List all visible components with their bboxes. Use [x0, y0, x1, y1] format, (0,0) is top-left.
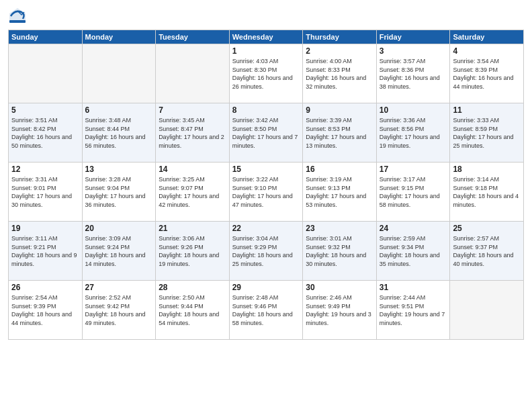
calendar-week-row: 19Sunrise: 3:11 AMSunset: 9:21 PMDayligh…	[9, 222, 524, 281]
cell-content: Sunrise: 3:17 AMSunset: 9:15 PMDaylight:…	[380, 175, 447, 209]
day-number: 26	[11, 283, 79, 292]
calendar-cell	[156, 44, 230, 103]
day-number: 12	[11, 165, 79, 174]
calendar-cell: 17Sunrise: 3:17 AMSunset: 9:15 PMDayligh…	[376, 163, 450, 222]
calendar-cell: 3Sunrise: 3:57 AMSunset: 8:36 PMDaylight…	[376, 44, 450, 103]
calendar-cell: 24Sunrise: 2:59 AMSunset: 9:34 PMDayligh…	[376, 222, 450, 281]
calendar-cell: 14Sunrise: 3:25 AMSunset: 9:07 PMDayligh…	[156, 163, 230, 222]
calendar-cell: 23Sunrise: 3:01 AMSunset: 9:32 PMDayligh…	[303, 222, 377, 281]
calendar-cell: 5Sunrise: 3:51 AMSunset: 8:42 PMDaylight…	[9, 103, 83, 163]
cell-content: Sunrise: 3:25 AMSunset: 9:07 PMDaylight:…	[159, 175, 226, 209]
calendar-cell: 2Sunrise: 4:00 AMSunset: 8:33 PMDaylight…	[303, 44, 377, 103]
day-number: 27	[85, 283, 153, 292]
cell-content: Sunrise: 3:11 AMSunset: 9:21 PMDaylight:…	[11, 234, 79, 268]
page: SundayMondayTuesdayWednesdayThursdayFrid…	[0, 0, 532, 411]
cell-content: Sunrise: 2:46 AMSunset: 9:49 PMDaylight:…	[306, 293, 373, 327]
cell-content: Sunrise: 3:04 AMSunset: 9:29 PMDaylight:…	[232, 234, 300, 268]
logo	[8, 7, 30, 26]
calendar-cell: 1Sunrise: 4:03 AMSunset: 8:30 PMDaylight…	[229, 44, 303, 103]
day-number: 4	[453, 46, 521, 56]
cell-content: Sunrise: 4:03 AMSunset: 8:30 PMDaylight:…	[232, 57, 300, 91]
calendar-cell: 8Sunrise: 3:42 AMSunset: 8:50 PMDaylight…	[229, 103, 303, 163]
calendar-cell: 9Sunrise: 3:39 AMSunset: 8:53 PMDaylight…	[303, 103, 377, 163]
day-number: 24	[380, 224, 447, 233]
cell-content: Sunrise: 3:57 AMSunset: 8:36 PMDaylight:…	[380, 57, 447, 91]
calendar-cell: 29Sunrise: 2:48 AMSunset: 9:46 PMDayligh…	[229, 281, 303, 340]
day-number: 19	[11, 224, 79, 233]
calendar-cell: 31Sunrise: 2:44 AMSunset: 9:51 PMDayligh…	[376, 281, 450, 340]
weekday-header-friday: Friday	[376, 30, 450, 44]
cell-content: Sunrise: 3:14 AMSunset: 9:18 PMDaylight:…	[453, 175, 521, 209]
cell-content: Sunrise: 3:54 AMSunset: 8:39 PMDaylight:…	[453, 57, 521, 91]
calendar-cell: 25Sunrise: 2:57 AMSunset: 9:37 PMDayligh…	[450, 222, 524, 281]
day-number: 17	[380, 165, 447, 174]
weekday-header-row: SundayMondayTuesdayWednesdayThursdayFrid…	[9, 30, 524, 44]
day-number: 21	[159, 224, 226, 233]
day-number: 7	[159, 105, 226, 115]
calendar-cell: 21Sunrise: 3:06 AMSunset: 9:26 PMDayligh…	[156, 222, 230, 281]
day-number: 5	[11, 105, 79, 115]
day-number: 15	[232, 165, 300, 174]
calendar-cell: 12Sunrise: 3:31 AMSunset: 9:01 PMDayligh…	[9, 163, 83, 222]
day-number: 13	[85, 165, 153, 174]
calendar-week-row: 26Sunrise: 2:54 AMSunset: 9:39 PMDayligh…	[9, 281, 524, 340]
calendar-cell: 22Sunrise: 3:04 AMSunset: 9:29 PMDayligh…	[229, 222, 303, 281]
weekday-header-saturday: Saturday	[450, 30, 524, 44]
weekday-header-tuesday: Tuesday	[156, 30, 230, 44]
day-number: 28	[159, 283, 226, 292]
header	[8, 7, 524, 26]
day-number: 30	[306, 283, 373, 292]
cell-content: Sunrise: 2:50 AMSunset: 9:44 PMDaylight:…	[159, 293, 226, 327]
cell-content: Sunrise: 3:09 AMSunset: 9:24 PMDaylight:…	[85, 234, 153, 268]
calendar-cell: 30Sunrise: 2:46 AMSunset: 9:49 PMDayligh…	[303, 281, 377, 340]
cell-content: Sunrise: 2:59 AMSunset: 9:34 PMDaylight:…	[380, 234, 447, 268]
weekday-header-monday: Monday	[82, 30, 156, 44]
day-number: 16	[306, 165, 373, 174]
cell-content: Sunrise: 3:01 AMSunset: 9:32 PMDaylight:…	[306, 234, 373, 268]
cell-content: Sunrise: 3:45 AMSunset: 8:47 PMDaylight:…	[159, 116, 226, 150]
day-number: 3	[380, 46, 447, 56]
calendar-cell: 13Sunrise: 3:28 AMSunset: 9:04 PMDayligh…	[82, 163, 156, 222]
calendar-week-row: 1Sunrise: 4:03 AMSunset: 8:30 PMDaylight…	[9, 44, 524, 103]
weekday-header-wednesday: Wednesday	[229, 30, 303, 44]
calendar-week-row: 5Sunrise: 3:51 AMSunset: 8:42 PMDaylight…	[9, 103, 524, 163]
weekday-header-thursday: Thursday	[303, 30, 377, 44]
calendar-cell: 7Sunrise: 3:45 AMSunset: 8:47 PMDaylight…	[156, 103, 230, 163]
day-number: 22	[232, 224, 300, 233]
calendar-cell	[450, 281, 524, 340]
logo-icon	[8, 7, 27, 26]
calendar-cell: 26Sunrise: 2:54 AMSunset: 9:39 PMDayligh…	[9, 281, 83, 340]
day-number: 10	[380, 105, 447, 115]
calendar-table: SundayMondayTuesdayWednesdayThursdayFrid…	[8, 30, 524, 340]
day-number: 18	[453, 165, 521, 174]
calendar-cell	[82, 44, 156, 103]
cell-content: Sunrise: 3:22 AMSunset: 9:10 PMDaylight:…	[232, 175, 300, 209]
calendar-week-row: 12Sunrise: 3:31 AMSunset: 9:01 PMDayligh…	[9, 163, 524, 222]
cell-content: Sunrise: 3:48 AMSunset: 8:44 PMDaylight:…	[85, 116, 153, 150]
calendar-cell: 27Sunrise: 2:52 AMSunset: 9:42 PMDayligh…	[82, 281, 156, 340]
cell-content: Sunrise: 3:39 AMSunset: 8:53 PMDaylight:…	[306, 116, 373, 150]
cell-content: Sunrise: 3:36 AMSunset: 8:56 PMDaylight:…	[380, 116, 447, 150]
calendar-cell	[9, 44, 83, 103]
cell-content: Sunrise: 2:54 AMSunset: 9:39 PMDaylight:…	[11, 293, 79, 327]
cell-content: Sunrise: 4:00 AMSunset: 8:33 PMDaylight:…	[306, 57, 373, 91]
day-number: 31	[380, 283, 447, 292]
day-number: 6	[85, 105, 153, 115]
cell-content: Sunrise: 2:52 AMSunset: 9:42 PMDaylight:…	[85, 293, 153, 327]
calendar-cell: 18Sunrise: 3:14 AMSunset: 9:18 PMDayligh…	[450, 163, 524, 222]
cell-content: Sunrise: 2:57 AMSunset: 9:37 PMDaylight:…	[453, 234, 521, 268]
cell-content: Sunrise: 3:31 AMSunset: 9:01 PMDaylight:…	[11, 175, 79, 209]
day-number: 25	[453, 224, 521, 233]
cell-content: Sunrise: 3:06 AMSunset: 9:26 PMDaylight:…	[159, 234, 226, 268]
calendar-cell: 6Sunrise: 3:48 AMSunset: 8:44 PMDaylight…	[82, 103, 156, 163]
cell-content: Sunrise: 3:28 AMSunset: 9:04 PMDaylight:…	[85, 175, 153, 209]
svg-rect-1	[9, 20, 26, 23]
day-number: 8	[232, 105, 300, 115]
day-number: 29	[232, 283, 300, 292]
day-number: 11	[453, 105, 521, 115]
calendar-cell: 19Sunrise: 3:11 AMSunset: 9:21 PMDayligh…	[9, 222, 83, 281]
calendar-cell: 15Sunrise: 3:22 AMSunset: 9:10 PMDayligh…	[229, 163, 303, 222]
cell-content: Sunrise: 3:19 AMSunset: 9:13 PMDaylight:…	[306, 175, 373, 209]
calendar-cell: 16Sunrise: 3:19 AMSunset: 9:13 PMDayligh…	[303, 163, 377, 222]
day-number: 2	[306, 46, 373, 56]
